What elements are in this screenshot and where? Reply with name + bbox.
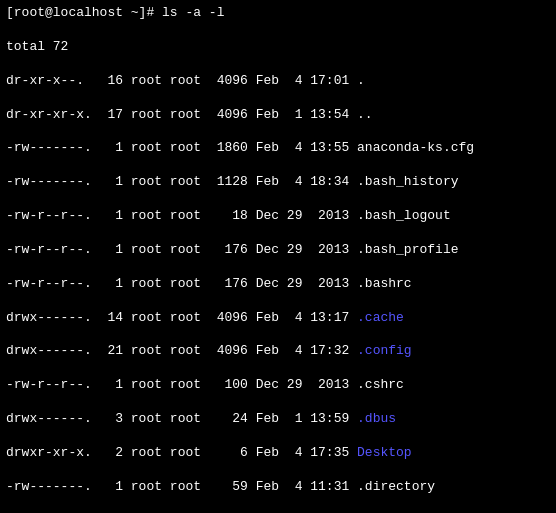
list-item: -rw-r--r--. 1 root root 176 Dec 29 2013 … [6, 241, 550, 260]
list-item: drwxr-xr-x. 2 root root 6 Feb 4 17:35 De… [6, 444, 550, 463]
total-line: total 72 [6, 38, 550, 57]
file-listing: dr-xr-x--. 16 root root 4096 Feb 4 17:01… [6, 72, 550, 513]
list-item: drwx------. 21 root root 4096 Feb 4 17:3… [6, 342, 550, 361]
list-item: -rw-------. 1 root root 59 Feb 4 11:31 .… [6, 478, 550, 497]
list-item: -rw-r--r--. 1 root root 100 Dec 29 2013 … [6, 376, 550, 395]
list-item: dr-xr-xr-x. 17 root root 4096 Feb 1 13:5… [6, 106, 550, 125]
command-line: [root@localhost ~]# ls -a -l [6, 4, 550, 23]
list-item: -rw-r--r--. 1 root root 176 Dec 29 2013 … [6, 275, 550, 294]
list-item: -rw-r--r--. 1 root root 18 Dec 29 2013 .… [6, 207, 550, 226]
list-item: -rw-------. 1 root root 1128 Feb 4 18:34… [6, 173, 550, 192]
list-item: -rw-------. 1 root root 1860 Feb 4 13:55… [6, 139, 550, 158]
list-item: dr-xr-x--. 16 root root 4096 Feb 4 17:01… [6, 72, 550, 91]
list-item: drwx------. 3 root root 24 Feb 1 13:59 .… [6, 410, 550, 429]
list-item: drwx------. 14 root root 4096 Feb 4 13:1… [6, 309, 550, 328]
terminal: [root@localhost ~]# ls -a -l total 72 dr… [6, 4, 550, 513]
